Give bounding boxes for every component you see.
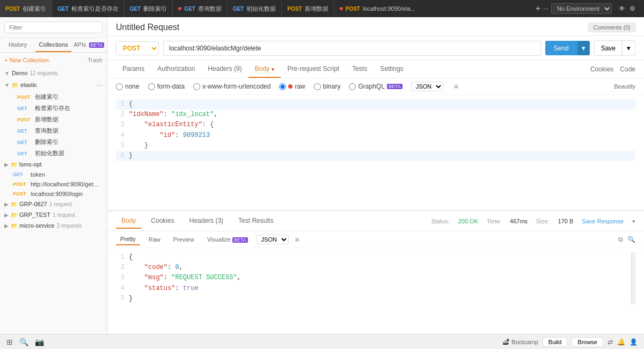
request-item[interactable]: GET 删除索引 xyxy=(6,136,107,148)
collection-more-icon[interactable]: ··· xyxy=(96,81,103,89)
body-option-formdata[interactable]: form-data xyxy=(148,83,185,90)
collection-microservice-count: 3 requests xyxy=(56,223,82,229)
settings-icon[interactable]: ⚙ xyxy=(630,5,635,12)
new-collection-button[interactable]: + New Collection xyxy=(4,57,49,63)
beautify-button[interactable]: Beautify xyxy=(614,83,635,90)
collection-demo: ▼ Demo 12 requests xyxy=(0,68,107,78)
save-response-button[interactable]: Save Response xyxy=(582,218,624,224)
top-tab-6[interactable]: POST 新增数据 xyxy=(282,0,334,17)
cookies-link[interactable]: Cookies xyxy=(590,66,613,73)
send-button-group: Send ▾ xyxy=(545,41,590,55)
top-tab-1[interactable]: POST 创建索引 xyxy=(0,0,52,17)
collection-grptest-header[interactable]: ▶ 📁 GRP_TEST 1 request xyxy=(0,209,107,220)
tab6-method: POST xyxy=(287,6,302,12)
resp-scrollbar[interactable] xyxy=(631,252,635,304)
request-item[interactable]: GET 检查索引存在 xyxy=(6,103,107,114)
save-response-dropdown[interactable]: ▾ xyxy=(632,218,635,225)
tab-settings[interactable]: Settings xyxy=(374,61,409,78)
top-tab-2[interactable]: GET 检查索引是否存在 xyxy=(52,0,125,17)
request-item[interactable]: POST 创建索引 xyxy=(6,91,107,103)
notification-icon[interactable]: 🔔 xyxy=(617,338,625,346)
top-tab-3[interactable]: GET 删除索引 xyxy=(125,0,173,17)
resp-tab-testresults[interactable]: Test Results xyxy=(233,214,279,229)
search-icon[interactable]: 🔍 xyxy=(627,236,635,243)
sidebar-tab-apis[interactable]: APIs BETA xyxy=(71,38,107,52)
code-link[interactable]: Code xyxy=(620,66,635,73)
tab-authorization[interactable]: Authorization xyxy=(151,61,201,78)
save-button[interactable]: Save xyxy=(594,40,623,56)
resp-json-select[interactable]: JSON xyxy=(257,235,289,244)
resp-format-pretty[interactable]: Pretty xyxy=(116,234,140,245)
search-input[interactable] xyxy=(4,21,103,33)
collection-grptest: ▶ 📁 GRP_TEST 1 request xyxy=(0,209,107,220)
terminal-icon[interactable]: ⊞ xyxy=(6,338,13,346)
save-dropdown-button[interactable]: ▾ xyxy=(623,40,635,56)
send-button[interactable]: Send xyxy=(545,41,577,55)
request-item[interactable]: POST http://localhost:9090/getDataByTok.… xyxy=(0,179,107,189)
sidebar-tab-history[interactable]: History xyxy=(0,38,35,52)
resp-code-lines: 1 { 2 "code": 0, 3 "msg": "REQUEST SUCCE… xyxy=(116,252,631,304)
build-button[interactable]: Build xyxy=(543,337,567,347)
chevron-right-icon: ▶ xyxy=(4,201,9,207)
format-icon[interactable]: ≡ xyxy=(454,82,458,91)
resp-format-preview[interactable]: Preview xyxy=(169,234,199,245)
trash-button[interactable]: Trash xyxy=(87,57,103,63)
collection-demo-header[interactable]: ▼ Demo 12 requests xyxy=(0,68,107,78)
new-tab-button[interactable]: + xyxy=(536,4,540,13)
method-badge: GET xyxy=(17,151,32,156)
top-tab-4[interactable]: GET 查询数据 xyxy=(173,0,228,17)
request-name: 查询数据 xyxy=(35,127,58,135)
body-option-urlencoded[interactable]: x-www-form-urlencoded xyxy=(193,83,270,90)
eye-icon[interactable]: 👁 xyxy=(619,5,625,12)
method-badge: GET xyxy=(13,172,28,177)
tab-prerequest[interactable]: Pre-request Script xyxy=(281,61,346,78)
request-item[interactable]: GET 查询数据 xyxy=(6,125,107,136)
camera-icon[interactable]: 📷 xyxy=(35,338,44,346)
tab-params[interactable]: Params xyxy=(116,61,151,78)
search-bottom-icon[interactable]: 🔍 xyxy=(19,338,28,346)
resp-format-raw[interactable]: Raw xyxy=(144,234,165,245)
resp-tab-body[interactable]: Body xyxy=(116,214,141,229)
collection-lsms-header[interactable]: ▶ 📁 lsms-opt xyxy=(0,159,107,170)
browse-button[interactable]: Browse xyxy=(572,337,603,347)
body-option-binary[interactable]: binary xyxy=(314,83,341,90)
json-format-select[interactable]: JSON xyxy=(411,82,443,91)
collection-grp0827-header[interactable]: ▶ 📁 GRP-0827 1 request xyxy=(0,199,107,209)
sidebar-tab-collections[interactable]: Collections xyxy=(35,38,71,52)
copy-icon[interactable]: ⧉ xyxy=(618,236,623,243)
collection-microservice-name: micro-service xyxy=(19,222,54,229)
send-dropdown-button[interactable]: ▾ xyxy=(577,41,590,55)
request-item[interactable]: POST localhost:9090/login xyxy=(0,189,107,199)
tab-more-button[interactable]: ··· xyxy=(543,5,548,12)
collection-microservice-header[interactable]: ▶ 📁 micro-service 3 requests xyxy=(0,220,107,231)
top-tab-5[interactable]: GET 初始化数据 xyxy=(228,0,282,17)
method-badge: GET xyxy=(17,128,32,134)
method-badge: GET xyxy=(17,140,32,145)
resp-tab-headers[interactable]: Headers (3) xyxy=(184,214,229,229)
environment-selector[interactable]: No Environment xyxy=(551,3,612,14)
request-item[interactable]: GET token xyxy=(0,170,107,179)
sync-icon[interactable]: ⇄ xyxy=(608,338,613,346)
method-select[interactable]: POST xyxy=(116,41,159,55)
tab-body[interactable]: Body ● xyxy=(248,61,281,78)
request-item[interactable]: GET 初始化数据 xyxy=(6,148,107,159)
collection-lsms: ▶ 📁 lsms-opt GET token POST http://local… xyxy=(0,159,107,199)
body-option-raw[interactable]: raw xyxy=(279,83,305,90)
resp-code-line-5: 5 } xyxy=(116,294,631,304)
resp-format-icon[interactable]: ≡ xyxy=(295,235,299,244)
resp-format-visualize[interactable]: Visualize BETA xyxy=(203,234,252,245)
request-item[interactable]: POST 新增数据 xyxy=(6,114,107,125)
request-body-editor[interactable]: 1 { 2 "idxName": "idx_locat", 3 "elastic… xyxy=(107,95,644,210)
top-tab-7[interactable]: POST localhost:9090/ela... xyxy=(334,0,421,17)
body-option-none[interactable]: none xyxy=(116,83,140,90)
tab2-method: GET xyxy=(57,6,69,12)
collection-elastic-header[interactable]: ▼ 📁 elastic ··· xyxy=(0,78,107,91)
code-line-2: 2 "idxName": "idx_locat", xyxy=(116,110,635,120)
user-icon[interactable]: 👤 xyxy=(630,338,638,346)
tab-tests[interactable]: Tests xyxy=(346,61,374,78)
resp-tab-cookies[interactable]: Cookies xyxy=(145,214,179,229)
tab-headers[interactable]: Headers (9) xyxy=(201,61,248,78)
body-option-graphql[interactable]: GraphQL BETA xyxy=(349,83,402,90)
url-input[interactable] xyxy=(163,41,541,56)
comments-button[interactable]: Comments (0) xyxy=(588,23,635,32)
